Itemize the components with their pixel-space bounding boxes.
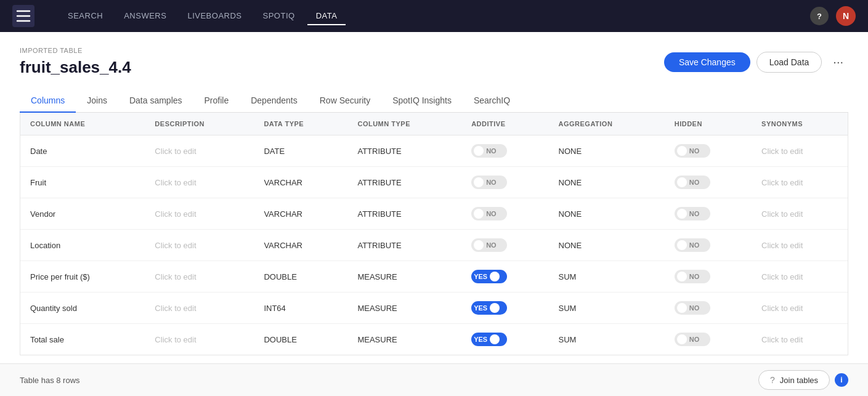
cell-hidden[interactable]: NO (665, 324, 752, 355)
cell-column-name: Quantity sold (20, 293, 145, 324)
col-header-description: DESCRIPTION (145, 113, 254, 135)
cell-hidden[interactable]: NO (665, 230, 752, 261)
tab-profile[interactable]: Profile (193, 89, 240, 113)
cell-additive[interactable]: YES (461, 293, 548, 324)
cell-synonyms[interactable]: Click to edit (752, 324, 848, 355)
cell-description[interactable]: Click to edit (145, 167, 254, 198)
cell-synonyms[interactable]: Click to edit (752, 230, 848, 261)
cell-data-type: VARCHAR (254, 198, 347, 230)
cell-description[interactable]: Click to edit (145, 261, 254, 293)
data-table-wrapper: COLUMN NAMEDESCRIPTIONDATA TYPECOLUMN TY… (20, 113, 848, 355)
additive-toggle[interactable]: NO (471, 176, 507, 189)
cell-column-type: ATTRIBUTE (347, 167, 461, 198)
table-row: Price per fruit ($)Click to editDOUBLEME… (20, 261, 848, 293)
tab-spotiq-insights[interactable]: SpotIQ Insights (381, 89, 463, 113)
app-logo[interactable] (12, 5, 34, 27)
top-nav: SEARCHANSWERSLIVEBOARDSSPOTIQDATA ? N (0, 0, 868, 32)
cell-data-type: INT64 (254, 293, 347, 324)
col-header-aggregation: AGGREGATION (549, 113, 665, 135)
cell-additive[interactable]: YES (461, 261, 548, 293)
cell-synonyms[interactable]: Click to edit (752, 135, 848, 167)
cell-additive[interactable]: NO (461, 198, 548, 230)
cell-description[interactable]: Click to edit (145, 230, 254, 261)
load-data-button[interactable]: Load Data (756, 52, 822, 73)
col-header-hidden: HIDDEN (665, 113, 752, 135)
additive-toggle[interactable]: NO (471, 207, 507, 220)
cell-aggregation: NONE (549, 198, 665, 230)
nav-item-answers[interactable]: ANSWERS (115, 7, 175, 25)
additive-toggle[interactable]: YES (471, 301, 507, 315)
hidden-toggle[interactable]: NO (675, 238, 710, 252)
tab-row-security[interactable]: Row Security (309, 89, 381, 113)
cell-column-type: MEASURE (347, 324, 461, 355)
cell-synonyms[interactable]: Click to edit (752, 293, 848, 324)
cell-hidden[interactable]: NO (665, 293, 752, 324)
cell-column-type: ATTRIBUTE (347, 230, 461, 261)
cell-column-type: MEASURE (347, 293, 461, 324)
cell-synonyms[interactable]: Click to edit (752, 261, 848, 293)
cell-description[interactable]: Click to edit (145, 135, 254, 167)
cell-hidden[interactable]: NO (665, 135, 752, 167)
col-header-column_type: COLUMN TYPE (347, 113, 461, 135)
tab-columns[interactable]: Columns (20, 89, 76, 113)
cell-hidden[interactable]: NO (665, 261, 752, 293)
col-header-data_type: DATA TYPE (254, 113, 347, 135)
col-header-column_name: COLUMN NAME (20, 113, 145, 135)
table-row: DateClick to editDATEATTRIBUTENONONENOCl… (20, 135, 848, 167)
cell-aggregation: SUM (549, 293, 665, 324)
cell-hidden[interactable]: NO (665, 167, 752, 198)
additive-toggle[interactable]: YES (471, 333, 507, 346)
columns-table: COLUMN NAMEDESCRIPTIONDATA TYPECOLUMN TY… (20, 113, 848, 355)
help-button[interactable]: ? (810, 7, 829, 25)
cell-additive[interactable]: YES (461, 324, 548, 355)
cell-synonyms[interactable]: Click to edit (752, 198, 848, 230)
tab-joins[interactable]: Joins (76, 89, 118, 113)
hidden-toggle[interactable]: NO (675, 270, 710, 283)
tab-data-samples[interactable]: Data samples (118, 89, 193, 113)
more-options-button[interactable]: ··· (828, 52, 848, 71)
additive-toggle[interactable]: NO (471, 238, 507, 252)
cell-hidden[interactable]: NO (665, 198, 752, 230)
hidden-toggle[interactable]: NO (675, 176, 710, 189)
title-section: IMPORTED TABLE fruit_sales_4.4 (20, 47, 131, 77)
nav-item-data[interactable]: DATA (307, 7, 346, 25)
cell-synonyms[interactable]: Click to edit (752, 167, 848, 198)
col-header-synonyms: SYNONYMS (752, 113, 848, 135)
cell-column-name: Location (20, 230, 145, 261)
cell-data-type: DOUBLE (254, 261, 347, 293)
user-avatar[interactable]: N (836, 6, 856, 26)
cell-column-name: Price per fruit ($) (20, 261, 145, 293)
nav-item-search[interactable]: SEARCH (59, 7, 112, 25)
nav-items: SEARCHANSWERSLIVEBOARDSSPOTIQDATA (59, 7, 792, 25)
hidden-toggle[interactable]: NO (675, 301, 710, 315)
cell-additive[interactable]: NO (461, 167, 548, 198)
cell-description[interactable]: Click to edit (145, 198, 254, 230)
cell-column-type: MEASURE (347, 261, 461, 293)
col-header-additive: ADDITIVE (461, 113, 548, 135)
table-row: VendorClick to editVARCHARATTRIBUTENONON… (20, 198, 848, 230)
cell-column-name: Date (20, 135, 145, 167)
cell-data-type: VARCHAR (254, 167, 347, 198)
additive-toggle[interactable]: YES (471, 270, 507, 283)
additive-toggle[interactable]: NO (471, 144, 507, 158)
cell-aggregation: NONE (549, 230, 665, 261)
cell-description[interactable]: Click to edit (145, 324, 254, 355)
page-header: IMPORTED TABLE fruit_sales_4.4 Save Chan… (20, 47, 848, 77)
cell-description[interactable]: Click to edit (145, 293, 254, 324)
hidden-toggle[interactable]: NO (675, 333, 710, 346)
nav-item-liveboards[interactable]: LIVEBOARDS (179, 7, 250, 25)
table-body: DateClick to editDATEATTRIBUTENONONENOCl… (20, 135, 848, 355)
cell-column-name: Fruit (20, 167, 145, 198)
hidden-toggle[interactable]: NO (675, 144, 710, 158)
nav-item-spotiq[interactable]: SPOTIQ (254, 7, 304, 25)
cell-additive[interactable]: NO (461, 230, 548, 261)
page-content: IMPORTED TABLE fruit_sales_4.4 Save Chan… (0, 32, 868, 355)
save-changes-button[interactable]: Save Changes (664, 52, 750, 72)
tab-searchiq[interactable]: SearchIQ (463, 89, 521, 113)
cell-aggregation: NONE (549, 135, 665, 167)
cell-additive[interactable]: NO (461, 135, 548, 167)
cell-data-type: DOUBLE (254, 324, 347, 355)
tab-dependents[interactable]: Dependents (240, 89, 309, 113)
cell-column-type: ATTRIBUTE (347, 198, 461, 230)
hidden-toggle[interactable]: NO (675, 207, 710, 220)
